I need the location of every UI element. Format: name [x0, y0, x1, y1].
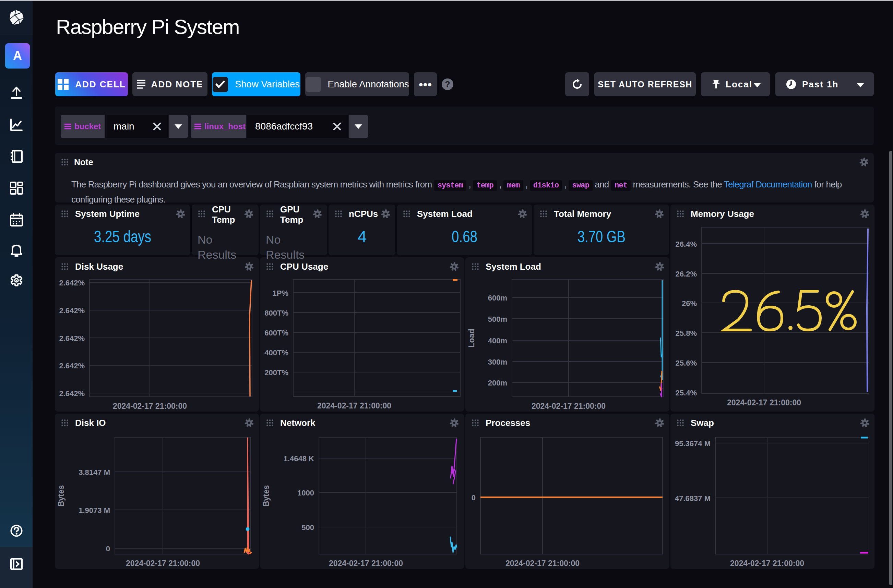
svg-text:Disk Usage: Disk Usage: [75, 261, 123, 272]
svg-text:0: 0: [106, 544, 110, 553]
svg-text:800T%: 800T%: [265, 309, 289, 317]
svg-text:600m: 600m: [488, 294, 507, 302]
svg-text:2024-02-17 21:00:00: 2024-02-17 21:00:00: [505, 559, 580, 568]
svg-text:Network: Network: [280, 418, 316, 428]
svg-text:300m: 300m: [488, 358, 507, 366]
svg-text:25.6%: 25.6%: [676, 359, 697, 368]
svg-text:2024-02-17 21:00:00: 2024-02-17 21:00:00: [317, 401, 391, 410]
svg-text:System Uptime: System Uptime: [75, 208, 140, 219]
svg-text:2.642%: 2.642%: [59, 334, 85, 343]
svg-text:0: 0: [472, 494, 476, 502]
svg-text:Load: Load: [467, 329, 476, 348]
svg-text:2024-02-17 21:00:00: 2024-02-17 21:00:00: [113, 402, 187, 411]
svg-text:Temp: Temp: [280, 214, 303, 225]
svg-text:1000: 1000: [297, 489, 314, 497]
svg-text:1.9073 M: 1.9073 M: [78, 506, 110, 514]
svg-text:Bytes: Bytes: [262, 485, 271, 507]
svg-text:Total Memory: Total Memory: [554, 208, 612, 219]
svg-text:400m: 400m: [488, 336, 507, 345]
svg-text:47.6837 M: 47.6837 M: [675, 494, 711, 502]
svg-text:2.642%: 2.642%: [59, 279, 85, 287]
svg-text:Swap: Swap: [691, 418, 714, 428]
svg-text:3.70 GB: 3.70 GB: [577, 228, 625, 246]
svg-text:600T%: 600T%: [265, 328, 289, 337]
svg-text:2024-02-17 21:00:00: 2024-02-17 21:00:00: [532, 402, 606, 411]
svg-text:95.3674 M: 95.3674 M: [675, 439, 711, 448]
svg-text:CPU: CPU: [212, 204, 231, 214]
svg-text:GPU: GPU: [280, 204, 299, 214]
svg-text:500: 500: [301, 523, 314, 532]
svg-text:1.4648 K: 1.4648 K: [284, 454, 314, 463]
svg-text:Temp: Temp: [212, 214, 235, 225]
svg-text:26.2%: 26.2%: [676, 270, 697, 278]
svg-text:26%: 26%: [682, 299, 697, 308]
svg-text:Memory Usage: Memory Usage: [691, 208, 754, 219]
svg-text:3.25 days: 3.25 days: [94, 228, 151, 246]
svg-text:2.642%: 2.642%: [59, 362, 85, 370]
svg-text:nCPUs: nCPUs: [349, 208, 378, 219]
svg-text:Bytes: Bytes: [57, 485, 66, 507]
svg-text:2024-02-17 21:00:00: 2024-02-17 21:00:00: [329, 559, 403, 568]
svg-text:25.4%: 25.4%: [676, 388, 697, 397]
svg-text:1P%: 1P%: [273, 289, 289, 297]
svg-text:0.68: 0.68: [452, 228, 477, 246]
svg-text:2.642%: 2.642%: [59, 306, 85, 315]
svg-text:200T%: 200T%: [265, 368, 289, 377]
svg-text:System Load: System Load: [417, 208, 472, 219]
svg-text:2.642%: 2.642%: [59, 389, 85, 398]
svg-text:500m: 500m: [488, 315, 507, 324]
svg-text:2024-02-17 21:00:00: 2024-02-17 21:00:00: [730, 559, 804, 568]
svg-text:CPU Usage: CPU Usage: [280, 261, 328, 272]
svg-text:400T%: 400T%: [265, 348, 289, 357]
svg-text:System Load: System Load: [486, 261, 541, 272]
svg-text:Processes: Processes: [486, 418, 530, 428]
svg-text:2024-02-17 21:00:00: 2024-02-17 21:00:00: [727, 398, 801, 407]
svg-text:26.4%: 26.4%: [676, 240, 697, 248]
svg-text:4: 4: [358, 228, 367, 246]
svg-text:3.8147 M: 3.8147 M: [78, 468, 110, 477]
svg-text:2024-02-17 21:00:00: 2024-02-17 21:00:00: [126, 559, 200, 568]
svg-text:200m: 200m: [488, 379, 507, 387]
svg-text:25.8%: 25.8%: [676, 329, 697, 338]
svg-text:Disk IO: Disk IO: [75, 418, 106, 428]
svg-text:Note: Note: [74, 157, 93, 167]
